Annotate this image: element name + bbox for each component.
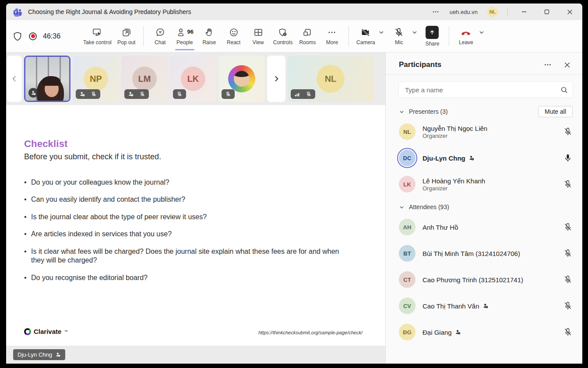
- share-button[interactable]: Share: [420, 22, 444, 50]
- role-badge-icon: [468, 155, 475, 161]
- avatar: NL: [399, 123, 415, 140]
- controls-button[interactable]: Controls: [271, 22, 296, 50]
- avatar: BT: [399, 245, 415, 262]
- presenter-name-label: Dju-Lyn Chng: [13, 349, 65, 360]
- video-tile-spotlight[interactable]: NL: [288, 56, 373, 102]
- participant-row[interactable]: NL Nguyễn Thị Ngọc Liên Organizer: [399, 119, 573, 145]
- shared-screen-slide: Checklist Before you submit, check if it…: [6, 105, 385, 346]
- mic-button[interactable]: Mic: [387, 22, 411, 50]
- participant-filmstrip: NP LM LK: [6, 53, 385, 105]
- mute-all-button[interactable]: Mute all: [538, 106, 573, 117]
- muted-mic-icon: [306, 91, 312, 97]
- share-icon: [426, 26, 439, 39]
- mic-off-icon: [394, 27, 404, 38]
- tile-status-badge: [124, 89, 149, 99]
- checklist-item: Is it clear what fees will be charged? D…: [24, 247, 352, 265]
- participant-row[interactable]: BT Bùi Thị Minh Tâm (31241024706): [399, 240, 573, 266]
- participant-search[interactable]: [399, 82, 573, 98]
- avatar: DC: [399, 150, 415, 166]
- participant-row[interactable]: AH Anh Thư Hồ: [399, 214, 573, 240]
- rooms-icon: [302, 27, 313, 38]
- participant-row[interactable]: LK Lê Hoàng Yến Khanh Organizer: [399, 171, 573, 197]
- muted-mic-icon[interactable]: [563, 327, 573, 337]
- titlebar-more-icon[interactable]: [431, 7, 440, 16]
- muted-mic-icon[interactable]: [563, 127, 573, 137]
- people-button[interactable]: 96 People: [173, 22, 197, 50]
- checklist-item: Do you recognise the editorial board?: [24, 273, 352, 282]
- clarivate-logo-mark: [24, 328, 31, 335]
- teams-app-icon: [12, 7, 23, 17]
- video-tile[interactable]: LK: [170, 56, 216, 102]
- leave-options-chevron-icon[interactable]: [478, 29, 485, 36]
- chevron-down-icon: [399, 109, 405, 115]
- panel-more-icon[interactable]: [543, 60, 552, 69]
- chat-button[interactable]: Chat: [148, 22, 173, 50]
- maximize-button[interactable]: [540, 6, 553, 18]
- rooms-button[interactable]: Rooms: [295, 22, 320, 50]
- view-grid-icon: [253, 27, 264, 38]
- take-control-button[interactable]: Take control: [81, 22, 114, 50]
- checklist-item: Can you easily identify and contact the …: [24, 195, 352, 204]
- muted-mic-icon: [91, 91, 97, 97]
- leave-button[interactable]: Leave: [454, 22, 478, 50]
- stage-bottom-bar: Dju-Lyn Chng: [6, 346, 385, 364]
- view-button[interactable]: View: [246, 22, 271, 50]
- window-title: Choosing the Right Journal & Avoiding Pr…: [28, 8, 191, 15]
- recording-indicator: [29, 32, 37, 40]
- tile-status-badge: [291, 89, 315, 99]
- tenant-domain[interactable]: ueh.edu.vn: [450, 9, 478, 15]
- clarivate-logo: Clarivate ™: [24, 328, 67, 335]
- account-avatar[interactable]: NL: [487, 7, 498, 17]
- react-button[interactable]: React: [222, 22, 246, 50]
- muted-mic-icon[interactable]: [563, 222, 573, 232]
- attendees-section-header[interactable]: Attendees (93): [399, 200, 573, 214]
- participant-row[interactable]: CT Cao Phương Trinh (31251021741): [399, 266, 573, 293]
- people-icon: [176, 27, 187, 38]
- more-button[interactable]: More: [320, 22, 344, 50]
- raise-hand-button[interactable]: Raise: [197, 22, 222, 50]
- panel-close-icon[interactable]: [563, 61, 571, 69]
- more-dots-icon: [327, 27, 337, 38]
- chat-icon: [155, 27, 165, 38]
- participant-row[interactable]: DC Dju-Lyn Chng: [399, 145, 573, 171]
- camera-options-chevron-icon[interactable]: [378, 29, 385, 36]
- participant-row[interactable]: ĐG Đại Giang: [399, 319, 573, 345]
- camera-button[interactable]: Camera: [353, 22, 378, 50]
- muted-mic-icon[interactable]: [563, 275, 573, 284]
- take-control-icon: [92, 27, 102, 38]
- react-smiley-icon: [229, 27, 239, 38]
- muted-mic-icon: [176, 91, 183, 97]
- video-tile-active-speaker[interactable]: [24, 56, 70, 102]
- presenters-section-header[interactable]: Presenters (3) Mute all: [399, 105, 573, 119]
- role-badge-icon: [482, 303, 489, 309]
- role-badge-icon: [455, 329, 461, 335]
- checklist-item: Are articles indexed in services that yo…: [24, 230, 352, 238]
- video-tile[interactable]: LM: [121, 56, 168, 102]
- filmstrip-prev-button[interactable]: [7, 56, 22, 102]
- muted-mic-icon[interactable]: [563, 301, 573, 311]
- titlebar-separator: [507, 7, 508, 16]
- minimize-button[interactable]: [518, 6, 531, 18]
- search-input[interactable]: [405, 86, 560, 94]
- participant-row[interactable]: CV Cao Thị Thanh Vân: [399, 293, 573, 319]
- muted-mic-icon[interactable]: [563, 179, 573, 189]
- tile-status-badge: [173, 89, 186, 99]
- leave-call-icon: [461, 27, 471, 38]
- active-mic-icon[interactable]: [563, 153, 573, 163]
- close-window-button[interactable]: [563, 6, 576, 18]
- muted-mic-icon[interactable]: [563, 249, 573, 258]
- toolbar-divider: [143, 26, 144, 46]
- slide-subtitle: Before you submit, check if it is truste…: [24, 152, 363, 161]
- tile-status-badge: [76, 89, 100, 99]
- chevron-down-icon: [399, 204, 405, 210]
- pop-out-button[interactable]: Pop out: [114, 22, 139, 50]
- mic-options-chevron-icon[interactable]: [411, 29, 418, 36]
- unknown-role-icon: [79, 91, 85, 97]
- avatar: LM: [132, 67, 157, 91]
- security-shield-icon: [12, 31, 23, 42]
- avatar: NL: [317, 65, 345, 93]
- video-tile[interactable]: NP: [73, 56, 119, 102]
- filmstrip-next-button[interactable]: [267, 56, 285, 102]
- pop-out-icon: [121, 27, 132, 38]
- video-tile[interactable]: [218, 56, 265, 102]
